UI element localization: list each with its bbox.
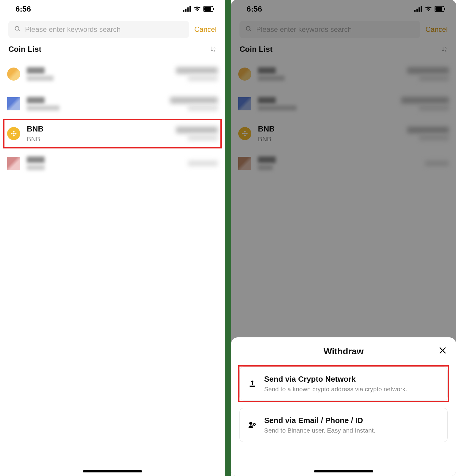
search-input[interactable]	[256, 25, 414, 34]
coin-value-blurred	[188, 76, 218, 81]
svg-text:A: A	[214, 46, 216, 49]
coin-symbol-blurred	[27, 67, 45, 74]
home-indicator[interactable]	[314, 470, 373, 472]
coin-amount-blurred	[176, 127, 218, 133]
send-email-phone-id-option[interactable]: Send via Email / Phone / ID Send to Bina…	[239, 408, 448, 442]
coin-list-title: Coin List	[8, 45, 41, 54]
sheet-title: Withdraw	[324, 346, 364, 356]
status-time: 6:56	[15, 4, 31, 14]
coin-value-blurred	[188, 105, 218, 111]
svg-text:Z: Z	[445, 49, 446, 52]
coin-icon	[238, 68, 251, 81]
svg-point-25	[249, 422, 252, 425]
send-crypto-network-option[interactable]: Send via Crypto Network Send to a known …	[239, 367, 448, 401]
coin-icon	[7, 97, 20, 110]
coin-name-blurred	[258, 76, 285, 81]
coin-value-blurred	[419, 105, 449, 111]
wifi-icon	[424, 6, 432, 12]
coin-amount-blurred	[425, 161, 449, 166]
screenshot-divider	[225, 0, 231, 476]
svg-rect-12	[416, 9, 418, 12]
search-box[interactable]	[8, 21, 189, 38]
status-icons	[183, 6, 214, 12]
battery-icon	[203, 6, 214, 12]
svg-rect-11	[414, 10, 416, 12]
coin-amount-blurred	[401, 97, 449, 104]
coin-amount-blurred	[407, 67, 449, 74]
cellular-signal-icon	[414, 6, 422, 12]
coin-list-header: Coin List AZ	[231, 41, 456, 59]
svg-point-7	[15, 26, 19, 30]
coin-name: BNB	[258, 135, 275, 143]
cancel-button[interactable]: Cancel	[194, 25, 217, 34]
coin-row-blurred[interactable]	[0, 59, 225, 89]
coin-symbol-blurred	[258, 67, 276, 74]
search-row: Cancel	[0, 18, 225, 41]
upload-icon	[247, 379, 258, 388]
coin-row-bnb[interactable]: BNB BNB	[0, 119, 225, 148]
svg-rect-1	[185, 9, 187, 12]
sort-az-icon[interactable]: AZ	[441, 46, 448, 53]
cancel-button[interactable]: Cancel	[425, 25, 448, 34]
svg-rect-24	[250, 386, 255, 387]
svg-text:Z: Z	[214, 49, 215, 52]
coin-amount-blurred	[188, 161, 218, 166]
coin-value-blurred	[188, 135, 218, 140]
svg-rect-0	[183, 10, 184, 12]
withdraw-bottom-sheet: Withdraw Send via Crypto Network Send to…	[231, 337, 456, 476]
svg-text:A: A	[445, 46, 447, 49]
svg-rect-16	[435, 7, 442, 11]
sort-az-icon[interactable]: AZ	[210, 46, 217, 53]
phone-screen-right: 6:56 Cancel Coin List AZ	[231, 0, 456, 476]
search-row: Cancel	[231, 18, 456, 41]
wifi-icon	[193, 6, 201, 12]
coin-symbol-blurred	[27, 156, 45, 163]
search-icon	[14, 26, 21, 33]
coin-amount-blurred	[176, 67, 218, 74]
coin-list-title: Coin List	[239, 45, 272, 54]
close-icon[interactable]	[439, 346, 446, 356]
person-transfer-icon	[247, 421, 258, 430]
coin-row-blurred[interactable]	[231, 148, 456, 178]
coin-symbol-blurred	[27, 97, 45, 104]
svg-point-18	[246, 26, 250, 30]
coin-row-blurred[interactable]	[0, 89, 225, 119]
search-icon	[245, 26, 252, 33]
status-time: 6:56	[247, 4, 262, 14]
svg-rect-3	[189, 6, 191, 12]
option-title: Send via Email / Phone / ID	[264, 416, 375, 425]
battery-icon	[435, 6, 445, 12]
coin-symbol: BNB	[27, 124, 43, 134]
coin-row-bnb[interactable]: BNB BNB	[231, 119, 456, 148]
phone-screen-left: 6:56 Cancel Coin List AZ	[0, 0, 225, 476]
svg-line-8	[18, 30, 20, 31]
coin-row-blurred[interactable]	[0, 148, 225, 178]
coin-name-blurred	[27, 76, 54, 81]
search-box[interactable]	[239, 21, 420, 38]
coin-name-blurred	[258, 165, 273, 170]
coin-list: BNB BNB	[0, 59, 225, 178]
coin-name-blurred	[27, 165, 45, 170]
status-bar: 6:56	[0, 0, 225, 18]
sheet-header: Withdraw	[239, 346, 448, 356]
bnb-coin-icon	[7, 127, 20, 140]
coin-name-blurred	[27, 105, 59, 111]
coin-icon	[238, 97, 251, 110]
bnb-coin-icon	[238, 127, 251, 140]
coin-amount-blurred	[407, 127, 449, 133]
coin-value-blurred	[419, 135, 449, 140]
option-title: Send via Crypto Network	[264, 375, 407, 384]
home-indicator[interactable]	[83, 470, 142, 472]
coin-row-blurred[interactable]	[231, 59, 456, 89]
coin-list-header: Coin List AZ	[0, 41, 225, 59]
coin-name: BNB	[27, 135, 43, 143]
coin-row-blurred[interactable]	[231, 89, 456, 119]
svg-rect-13	[419, 7, 420, 12]
search-input[interactable]	[25, 25, 183, 34]
coin-name-blurred	[258, 105, 297, 111]
svg-rect-5	[204, 7, 211, 11]
svg-rect-14	[421, 6, 422, 12]
coin-icon	[7, 68, 20, 81]
svg-point-26	[253, 423, 255, 425]
svg-rect-17	[444, 8, 445, 10]
